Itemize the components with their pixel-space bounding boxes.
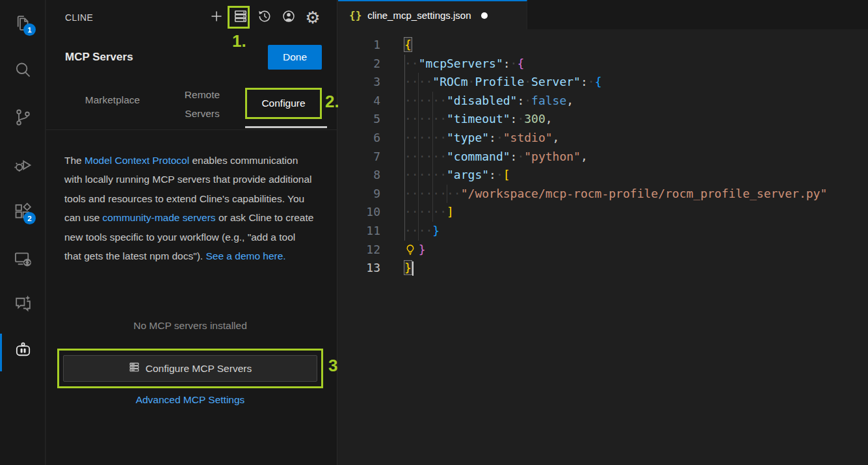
settings-button[interactable]: ⚙ [303,8,322,27]
account-button[interactable] [279,8,298,27]
code-token: [ [503,168,510,181]
code-line: 2··"mcpServers":·{ [338,55,868,73]
advanced-mcp-settings-link[interactable]: Advanced MCP Settings [57,394,323,406]
lightbulb-icon[interactable] [404,241,419,259]
line-number: 3 [338,73,380,92]
code-line: 10······] [338,203,868,222]
line-number: 13 [338,259,380,278]
line-number: 7 [338,148,380,166]
description-link[interactable]: See a demo here. [205,250,285,261]
line-number: 5 [338,110,380,129]
code-token: : [510,150,518,163]
code-token: ······ [404,112,447,126]
code-token: , [581,150,588,163]
code-token: "/workspace/mcp-rocm-profile/rocm_profil… [461,187,828,200]
code-token: : [503,57,510,70]
code-token: ···· [404,75,432,88]
activity-item-cline[interactable] [0,332,46,371]
code-token: : [489,168,496,181]
code-token: · [510,57,518,70]
code-line: 8······"args":·[ [338,166,868,185]
code-token: : [581,75,588,88]
line-number: 4 [338,92,380,111]
configure-mcp-servers-button[interactable]: Configure MCP Servers [63,355,317,382]
done-button[interactable]: Done [268,45,322,70]
code-token: 300 [524,112,546,126]
account-icon [282,9,296,26]
code-token: · [496,131,503,144]
code-lines[interactable]: 1{2··"mcpServers":·{3····"ROCm·Profile·S… [338,29,868,278]
code-token: "mcpServers" [419,57,503,70]
code-token: ········ [404,187,461,200]
code-token: "python" [524,150,581,163]
annotation-box-step1 [228,6,250,29]
activity-item-run-and-debug[interactable] [0,146,46,185]
annotation-step2: 2. [325,92,339,112]
code-line: 1{ [338,36,868,55]
code-token: , [546,112,553,126]
code-token: { [404,38,412,51]
activity-item-chat[interactable] [0,285,46,324]
editor-tab-cline-mcp-settings[interactable]: {} cline_mcp_settings.json [338,0,527,29]
code-line: 3····"ROCm·Profile·Server":·{ [338,73,868,92]
code-token: } [404,261,412,274]
code-line: 11····} [338,222,868,241]
line-number: 8 [338,166,380,185]
code-token: · [524,94,531,107]
text-cursor [412,261,414,276]
code-line: 13} [338,259,868,278]
code-token: } [419,243,426,256]
code-token: · [496,168,503,181]
code-token: "type" [447,131,489,144]
editor-tab-title: cline_mcp_settings.json [367,10,471,21]
line-number: 12 [338,241,380,259]
tab-remote-servers[interactable]: Remote Servers [173,85,231,123]
modified-indicator-dot[interactable] [481,12,488,19]
description-link[interactable]: Model Context Protocol [85,155,189,166]
cline-sidebar: CLINE ⚙ 1. MCP Servers Done Mar [46,0,337,465]
code-token: } [432,224,440,237]
annotation-box-step2 [245,88,322,119]
plus-icon [209,9,224,26]
line-number: 6 [338,129,380,148]
code-token: ······ [404,150,447,163]
chat-sparkle-icon [13,293,33,316]
code-token: : [510,112,518,126]
new-task-button[interactable] [207,8,226,27]
code-token: ······ [404,131,447,144]
code-token: ······ [404,94,447,107]
code-line: 9········"/workspace/mcp-rocm-profile/ro… [338,185,868,204]
code-token: · [517,112,524,126]
activity-item-source-control[interactable] [0,99,46,138]
line-number: 10 [338,203,380,222]
code-token: ···· [404,224,432,237]
sidebar-toolbar: ⚙ [207,8,322,27]
description-text: The [64,155,85,166]
annotation-step1: 1. [232,31,246,51]
search-icon [13,60,33,83]
code-token: false [531,94,566,107]
code-line: 12} [338,241,868,259]
code-token: "command" [447,150,510,163]
line-number: 2 [338,55,380,73]
code-token: · [588,75,595,88]
description-link[interactable]: community-made servers [103,212,216,223]
code-line: 4······"disabled":·false, [338,92,868,111]
activity-item-remote-explorer[interactable] [0,241,46,280]
tab-marketplace[interactable]: Marketplace [73,94,151,106]
activity-item-search[interactable] [0,52,46,91]
cline-robot-icon [13,340,33,363]
code-token: ······ [404,205,447,219]
code-token: "timeout" [447,112,510,126]
mcp-servers-title: MCP Servers [65,51,133,64]
code-token: ·· [404,57,419,70]
line-number: 1 [338,36,380,55]
code-token: · [517,150,524,163]
code-token: "stdio" [503,131,553,144]
activity-item-extensions[interactable]: 2 [0,193,46,232]
activity-bar: 1 2 [0,0,46,465]
active-view-indicator [0,334,2,371]
history-button[interactable] [255,8,274,27]
activity-item-explorer[interactable]: 1 [0,5,46,44]
code-token: { [517,57,524,70]
